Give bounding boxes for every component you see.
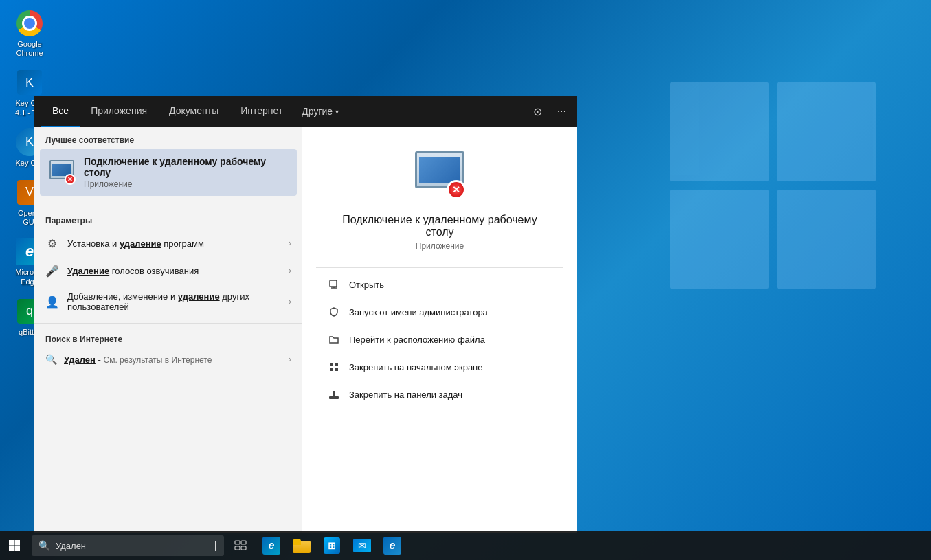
settings-item-text-0: Установка и удаление программ [67, 238, 280, 249]
inet-arrow-icon: › [289, 355, 291, 364]
best-match-subtitle: Приложение [84, 179, 289, 189]
taskbar-apps: e ⊞ ✉ e [257, 531, 407, 560]
taskbar-search-box[interactable]: 🔍 Удален | [32, 535, 224, 556]
svg-rect-8 [15, 540, 21, 546]
action-filelocation[interactable]: Перейти к расположению файла [316, 326, 563, 353]
svg-rect-1 [330, 363, 333, 366]
action-runas-text: Запуск от имени администратора [349, 307, 488, 317]
best-match-text: Подключение к удаленному рабочему столу … [84, 156, 289, 189]
more-chevron-icon: ▾ [335, 108, 339, 115]
svg-rect-14 [241, 546, 246, 550]
best-match-app-icon: ✕ [48, 159, 76, 186]
pin-taskbar-icon [327, 388, 341, 401]
folder-icon [327, 333, 341, 346]
tab-apps[interactable]: Приложения [80, 96, 158, 127]
open-icon [327, 278, 341, 291]
taskbar-store[interactable]: ⊞ [317, 531, 346, 560]
taskbar-edge[interactable]: e [257, 531, 286, 560]
action-open[interactable]: Открыть [316, 271, 563, 298]
action-divider-top [316, 267, 563, 268]
svg-rect-6 [333, 391, 335, 396]
inet-item-0[interactable]: 🔍 Удален - См. результаты в Интернете › [34, 348, 302, 370]
svg-rect-12 [241, 541, 246, 544]
taskbar-search-text: Удален [56, 541, 209, 551]
task-view-button[interactable] [227, 531, 254, 560]
search-right-panel: ✕ Подключение к удаленному рабочемустолу… [302, 127, 577, 533]
search-overlay: Все Приложения Документы Интернет Другие… [34, 96, 577, 533]
tab-web[interactable]: Интернет [229, 96, 293, 127]
svg-rect-10 [15, 546, 21, 552]
app-detail-icon: ✕ [412, 148, 467, 203]
arrow-icon-1: › [289, 266, 291, 276]
best-match-item[interactable]: ✕ Подключение к удаленному рабочему стол… [40, 149, 297, 196]
tab-all[interactable]: Все [41, 96, 80, 127]
tab-more[interactable]: Другие ▾ [293, 96, 347, 127]
shield-icon [327, 305, 341, 319]
task-view-icon [234, 540, 247, 551]
tab-docs[interactable]: Документы [158, 96, 229, 127]
arrow-icon-0: › [289, 238, 291, 248]
more-options-icon[interactable]: ··· [553, 101, 570, 122]
taskbar: 🔍 Удален | e [0, 531, 931, 560]
app-detail-type: Приложение [416, 241, 464, 251]
windows-logo-watermark [670, 82, 876, 289]
pin-start-icon [327, 360, 341, 374]
svg-rect-2 [335, 363, 338, 366]
best-match-title: Подключение к удаленному рабочему столу [84, 156, 289, 178]
desktop: Google Chrome K Key Coll4.1 - Tes K Key … [0, 0, 931, 560]
windows-icon [8, 539, 21, 552]
search-left-panel: Лучшее соответствие ✕ Подключе [34, 127, 302, 533]
search-body: Лучшее соответствие ✕ Подключе [34, 127, 577, 533]
action-pintaskbar[interactable]: Закрепить на панели задач [316, 381, 563, 408]
chrome-icon [16, 10, 43, 36]
svg-rect-0 [330, 280, 337, 287]
svg-rect-4 [335, 368, 338, 371]
svg-rect-9 [9, 546, 14, 552]
search-tabs-bar: Все Приложения Документы Интернет Другие… [34, 96, 577, 127]
svg-rect-7 [9, 540, 14, 546]
keycoll1-icon: K [17, 70, 42, 95]
taskbar-cursor: | [214, 539, 217, 552]
best-match-header: Лучшее соответствие [34, 127, 302, 149]
settings-gear-icon: ⚙ [45, 236, 59, 250]
taskbar-explorer[interactable] [287, 531, 316, 560]
action-pinstart[interactable]: Закрепить на начальном экране [316, 353, 563, 381]
taskbar-search-icon: 🔍 [38, 540, 50, 551]
action-open-text: Открыть [349, 280, 384, 290]
svg-rect-3 [330, 368, 333, 371]
user-icon: 👤 [45, 295, 59, 309]
settings-item-text-2: Добавление, изменение и удаление других … [67, 291, 280, 312]
action-pinstart-text: Закрепить на начальном экране [349, 362, 483, 372]
action-pintaskbar-text: Закрепить на панели задач [349, 390, 462, 400]
chrome-icon-label: Google Chrome [8, 40, 51, 58]
inet-item-content: Удален - См. результаты в Интернете [64, 355, 212, 365]
mic-icon: 🎤 [45, 264, 59, 278]
taskbar-mail[interactable]: ✉ [348, 531, 377, 560]
desktop-icon-chrome[interactable]: Google Chrome [5, 7, 54, 60]
search-web-icon: 🔍 [45, 354, 57, 365]
inet-item-text: Удален - См. результаты в Интернете [64, 355, 212, 365]
search-tabs-right: ⊙ ··· [529, 101, 570, 122]
taskbar-ie[interactable]: e [378, 531, 407, 560]
settings-item-2[interactable]: 👤 Добавление, изменение и удаление други… [34, 284, 302, 319]
svg-rect-5 [329, 396, 339, 399]
action-runas[interactable]: Запуск от имени администратора [316, 298, 563, 326]
inet-search-header: Поиск в Интернете [34, 328, 302, 348]
svg-rect-13 [235, 546, 240, 550]
settings-item-text-1: Удаление голосов озвучивания [67, 266, 280, 276]
cortana-icon[interactable]: ⊙ [529, 101, 546, 122]
settings-item-1[interactable]: 🎤 Удаление голосов озвучивания › [34, 257, 302, 284]
settings-item-0[interactable]: ⚙ Установка и удаление программ › [34, 229, 302, 257]
svg-rect-11 [235, 541, 240, 544]
arrow-icon-2: › [289, 297, 291, 306]
settings-header: Параметры [34, 208, 302, 229]
app-detail-name: Подключение к удаленному рабочемустолу [342, 214, 537, 238]
action-filelocation-text: Перейти к расположению файла [349, 335, 485, 345]
start-button[interactable] [0, 531, 29, 560]
